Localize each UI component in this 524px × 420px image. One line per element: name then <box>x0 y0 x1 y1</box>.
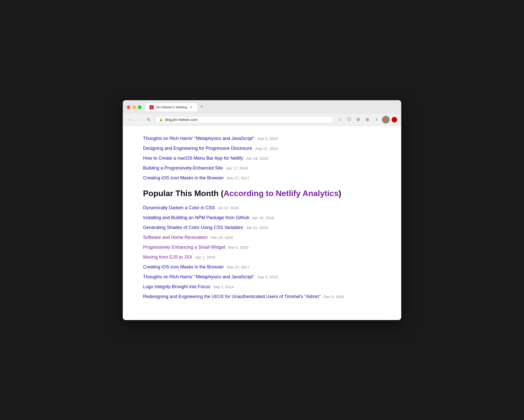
url-bar[interactable]: 🔒 blog.jim-nielsen.com <box>155 116 333 123</box>
post-date: Jan 31, 2019 <box>246 225 268 230</box>
profile-avatar[interactable] <box>382 116 390 123</box>
post-link[interactable]: Thoughts on Rich Harris' "Metaphysics an… <box>143 274 254 280</box>
post-date: Apr 1, 2019 <box>195 255 215 259</box>
action-button[interactable] <box>392 117 397 122</box>
post-date: Nov 27, 2017 <box>227 265 249 269</box>
list-item: Thoughts on Rich Harris' "Metaphysics an… <box>143 274 381 280</box>
post-date: Aug 12, 2019 <box>255 146 278 151</box>
list-item: Software and Home Renovation Feb 25, 202… <box>143 235 381 240</box>
post-link[interactable]: Moving from EJS to JSX <box>143 255 192 260</box>
bookmark-button[interactable]: ☆ <box>336 116 344 123</box>
list-item: Installing and Building an NPM Package f… <box>143 215 381 220</box>
post-link[interactable]: Creating iOS Icon Masks in the Browser <box>143 175 224 181</box>
post-link[interactable]: Progressively Enhancing a Small Widget <box>143 245 225 250</box>
traffic-lights <box>127 106 142 109</box>
tab-favicon: J <box>150 105 154 109</box>
post-link[interactable]: Installing and Building an NPM Package f… <box>143 215 249 220</box>
active-tab[interactable]: J Jim Nielsen's Weblog ✕ <box>146 103 197 111</box>
list-item: Logo Integrity Brought into Focus Sep 2,… <box>143 284 381 289</box>
grid-button[interactable]: ⊞ <box>364 116 371 123</box>
list-item: Building a Progressively-Enhanced Site J… <box>143 165 381 171</box>
list-item: How to Create a macOS Menu Bar App for N… <box>143 156 381 161</box>
recent-posts-list: Thoughts on Rich Harris' "Metaphysics an… <box>143 136 381 181</box>
tab-title: Jim Nielsen's Weblog <box>156 105 187 109</box>
reload-button[interactable]: ↻ <box>145 116 152 123</box>
list-item: Creating iOS Icon Masks in the Browser N… <box>143 175 381 181</box>
tab-close-button[interactable]: ✕ <box>189 105 193 109</box>
maximize-button[interactable] <box>138 106 142 109</box>
heading-open-paren: ( <box>221 189 224 198</box>
browser-actions: ☆ ⓘ ⚙ ⊞ f <box>336 116 397 123</box>
post-link[interactable]: Creating iOS Icon Masks in the Browser <box>143 264 224 270</box>
list-item: Progressively Enhancing a Small Widget M… <box>143 245 381 250</box>
post-date: Jan 17, 2019 <box>226 166 248 170</box>
post-date: Sep 3, 2019 <box>257 275 278 279</box>
post-link[interactable]: Dynamically Darken a Color in CSS <box>143 205 215 211</box>
list-item: Redesigning and Engineering the UI/UX fo… <box>143 294 381 299</box>
post-date: Jun 19, 2019 <box>246 156 268 160</box>
post-link[interactable]: Software and Home Renovation <box>143 235 208 240</box>
post-date: Sep 3, 2019 <box>257 136 278 141</box>
post-date: Jul 12, 2019 <box>218 206 239 210</box>
list-item: Dynamically Darken a Color in CSS Jul 12… <box>143 205 381 211</box>
heading-close-paren: ) <box>338 189 341 198</box>
browser-window: J Jim Nielsen's Weblog ✕ + ← → ↻ 🔒 blog.… <box>123 100 401 320</box>
list-item: Thoughts on Rich Harris' "Metaphysics an… <box>143 136 381 141</box>
close-button[interactable] <box>127 106 130 109</box>
list-item: Generating Shades of Color Using CSS Var… <box>143 225 381 230</box>
title-bar: J Jim Nielsen's Weblog ✕ + <box>123 100 401 114</box>
extensions-button[interactable]: ⚙ <box>355 116 362 123</box>
new-tab-button[interactable]: + <box>198 103 205 110</box>
popular-section-heading: Popular This Month (According to Netlify… <box>143 189 381 198</box>
post-date: Mar 5, 2020 <box>228 245 248 249</box>
post-link[interactable]: Thoughts on Rich Harris' "Metaphysics an… <box>143 136 254 141</box>
post-link[interactable]: Generating Shades of Color Using CSS Var… <box>143 225 243 230</box>
popular-posts-list: Dynamically Darken a Color in CSS Jul 12… <box>143 205 381 299</box>
title-bar-top: J Jim Nielsen's Weblog ✕ + <box>127 103 397 111</box>
avatar-image <box>382 116 390 123</box>
list-item: Designing and Engineering for Progressiv… <box>143 146 381 151</box>
post-date: Feb 25, 2020 <box>211 235 233 240</box>
feedly-button[interactable]: f <box>373 116 380 123</box>
back-button[interactable]: ← <box>127 116 134 123</box>
nav-buttons: ← → ↻ <box>127 116 152 123</box>
minimize-button[interactable] <box>132 106 136 109</box>
lock-icon: 🔒 <box>159 118 163 121</box>
post-link[interactable]: Redesigning and Engineering the UI/UX fo… <box>143 294 321 299</box>
heading-prefix: Popular This Month <box>143 189 219 198</box>
post-link[interactable]: Logo Integrity Brought into Focus <box>143 284 210 289</box>
post-link[interactable]: How to Create a macOS Menu Bar App for N… <box>143 156 243 161</box>
page-content: Thoughts on Rich Harris' "Metaphysics an… <box>123 126 401 320</box>
forward-button[interactable]: → <box>136 116 143 123</box>
netlify-analytics-link[interactable]: According to Netlify Analytics <box>224 189 338 198</box>
address-bar: ← → ↻ 🔒 blog.jim-nielsen.com ☆ ⓘ ⚙ ⊞ f <box>123 114 401 126</box>
post-date: Nov 27, 2017 <box>227 176 249 180</box>
list-item: Moving from EJS to JSX Apr 1, 2019 <box>143 255 381 260</box>
post-link[interactable]: Building a Progressively-Enhanced Site <box>143 165 223 171</box>
url-text: blog.jim-nielsen.com <box>165 118 330 122</box>
post-date: Apr 10, 2018 <box>252 216 274 220</box>
post-date: Dec 9, 2016 <box>324 295 344 299</box>
list-item: Creating iOS Icon Masks in the Browser N… <box>143 264 381 270</box>
post-date: Sep 2, 2014 <box>213 285 234 289</box>
info-button[interactable]: ⓘ <box>346 116 353 123</box>
post-link[interactable]: Designing and Engineering for Progressiv… <box>143 146 252 151</box>
tab-bar: J Jim Nielsen's Weblog ✕ + <box>146 103 205 111</box>
